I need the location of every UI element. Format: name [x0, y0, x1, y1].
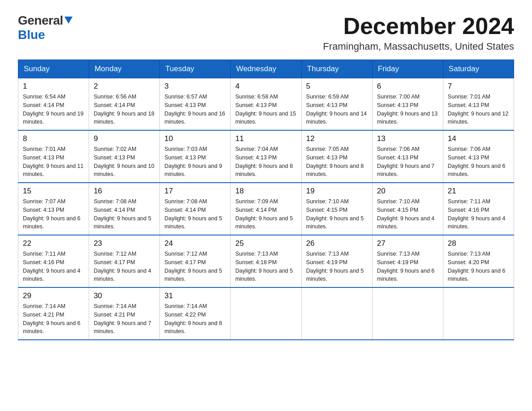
calendar-cell: 7Sunrise: 7:01 AMSunset: 4:13 PMDaylight… — [443, 78, 514, 131]
calendar-cell: 5Sunrise: 6:59 AMSunset: 4:13 PMDaylight… — [301, 78, 372, 131]
day-info: Sunrise: 7:13 AMSunset: 4:19 PMDaylight:… — [377, 250, 438, 283]
calendar-cell: 9Sunrise: 7:02 AMSunset: 4:13 PMDaylight… — [89, 130, 160, 183]
calendar-cell: 2Sunrise: 6:56 AMSunset: 4:14 PMDaylight… — [89, 78, 160, 131]
day-number: 25 — [235, 239, 296, 248]
day-number: 4 — [235, 82, 296, 91]
calendar-header-wednesday: Wednesday — [231, 60, 301, 78]
day-info: Sunrise: 7:04 AMSunset: 4:13 PMDaylight:… — [235, 145, 296, 179]
day-info: Sunrise: 7:11 AMSunset: 4:16 PMDaylight:… — [448, 197, 509, 231]
logo-general: General — [18, 13, 63, 28]
calendar-header-friday: Friday — [372, 60, 443, 78]
day-number: 18 — [235, 187, 296, 196]
calendar-cell: 22Sunrise: 7:11 AMSunset: 4:16 PMDayligh… — [18, 235, 89, 287]
day-info: Sunrise: 7:01 AMSunset: 4:13 PMDaylight:… — [448, 93, 509, 126]
day-number: 30 — [94, 291, 155, 300]
day-number: 29 — [23, 291, 84, 300]
day-number: 13 — [377, 134, 438, 143]
page-subtitle: Framingham, Massachusetts, United States — [323, 41, 514, 52]
calendar-table: SundayMondayTuesdayWednesdayThursdayFrid… — [18, 60, 514, 340]
day-info: Sunrise: 7:13 AMSunset: 4:19 PMDaylight:… — [306, 250, 368, 283]
calendar-cell: 13Sunrise: 7:06 AMSunset: 4:13 PMDayligh… — [372, 130, 443, 183]
day-number: 3 — [164, 82, 226, 91]
calendar-cell — [301, 287, 372, 340]
calendar-week-5: 29Sunrise: 7:14 AMSunset: 4:21 PMDayligh… — [18, 287, 514, 340]
day-info: Sunrise: 7:00 AMSunset: 4:13 PMDaylight:… — [377, 93, 438, 126]
day-number: 31 — [164, 291, 226, 300]
day-number: 6 — [377, 82, 438, 91]
day-info: Sunrise: 7:06 AMSunset: 4:13 PMDaylight:… — [377, 145, 438, 179]
calendar-cell: 26Sunrise: 7:13 AMSunset: 4:19 PMDayligh… — [301, 235, 372, 287]
logo: General Blue — [18, 13, 74, 42]
day-number: 26 — [306, 239, 368, 248]
calendar-week-2: 8Sunrise: 7:01 AMSunset: 4:13 PMDaylight… — [18, 130, 514, 183]
calendar-week-1: 1Sunrise: 6:54 AMSunset: 4:14 PMDaylight… — [18, 78, 514, 131]
day-info: Sunrise: 6:59 AMSunset: 4:13 PMDaylight:… — [306, 93, 368, 126]
calendar-cell — [231, 287, 301, 340]
day-info: Sunrise: 7:08 AMSunset: 4:14 PMDaylight:… — [94, 197, 155, 231]
day-info: Sunrise: 7:14 AMSunset: 4:22 PMDaylight:… — [164, 302, 226, 336]
day-number: 22 — [23, 239, 84, 248]
calendar-cell: 17Sunrise: 7:08 AMSunset: 4:14 PMDayligh… — [160, 183, 231, 235]
calendar-cell: 11Sunrise: 7:04 AMSunset: 4:13 PMDayligh… — [231, 130, 301, 183]
day-info: Sunrise: 7:12 AMSunset: 4:17 PMDaylight:… — [164, 250, 226, 283]
day-info: Sunrise: 7:03 AMSunset: 4:13 PMDaylight:… — [164, 145, 226, 179]
logo-triangle-icon — [64, 15, 74, 25]
day-number: 2 — [94, 82, 155, 91]
calendar-cell: 30Sunrise: 7:14 AMSunset: 4:21 PMDayligh… — [89, 287, 160, 340]
day-number: 16 — [94, 187, 155, 196]
day-info: Sunrise: 7:06 AMSunset: 4:13 PMDaylight:… — [448, 145, 509, 179]
day-info: Sunrise: 6:54 AMSunset: 4:14 PMDaylight:… — [23, 93, 84, 126]
day-number: 27 — [377, 239, 438, 248]
day-info: Sunrise: 7:13 AMSunset: 4:18 PMDaylight:… — [235, 250, 296, 283]
calendar-header-thursday: Thursday — [301, 60, 372, 78]
calendar-cell: 3Sunrise: 6:57 AMSunset: 4:13 PMDaylight… — [160, 78, 231, 131]
calendar-cell: 31Sunrise: 7:14 AMSunset: 4:22 PMDayligh… — [160, 287, 231, 340]
calendar-cell: 29Sunrise: 7:14 AMSunset: 4:21 PMDayligh… — [18, 287, 89, 340]
title-block: December 2024 Framingham, Massachusetts,… — [323, 13, 514, 52]
calendar-cell: 15Sunrise: 7:07 AMSunset: 4:13 PMDayligh… — [18, 183, 89, 235]
logo-blue: Blue — [18, 28, 45, 42]
day-info: Sunrise: 7:02 AMSunset: 4:13 PMDaylight:… — [94, 145, 155, 179]
day-number: 7 — [448, 82, 509, 91]
calendar-cell: 12Sunrise: 7:05 AMSunset: 4:13 PMDayligh… — [301, 130, 372, 183]
calendar-cell — [372, 287, 443, 340]
page-title: December 2024 — [323, 13, 514, 39]
day-info: Sunrise: 7:12 AMSunset: 4:17 PMDaylight:… — [94, 250, 155, 283]
calendar-header-sunday: Sunday — [18, 60, 89, 78]
day-number: 11 — [235, 134, 296, 143]
day-info: Sunrise: 6:57 AMSunset: 4:13 PMDaylight:… — [164, 93, 226, 126]
day-number: 24 — [164, 239, 226, 248]
calendar-cell — [443, 287, 514, 340]
day-number: 17 — [164, 187, 226, 196]
calendar-cell: 16Sunrise: 7:08 AMSunset: 4:14 PMDayligh… — [89, 183, 160, 235]
day-info: Sunrise: 6:58 AMSunset: 4:13 PMDaylight:… — [235, 93, 296, 126]
calendar-cell: 8Sunrise: 7:01 AMSunset: 4:13 PMDaylight… — [18, 130, 89, 183]
day-number: 23 — [94, 239, 155, 248]
calendar-cell: 25Sunrise: 7:13 AMSunset: 4:18 PMDayligh… — [231, 235, 301, 287]
calendar-cell: 21Sunrise: 7:11 AMSunset: 4:16 PMDayligh… — [443, 183, 514, 235]
calendar-cell: 4Sunrise: 6:58 AMSunset: 4:13 PMDaylight… — [231, 78, 301, 131]
day-number: 14 — [448, 134, 509, 143]
day-number: 5 — [306, 82, 368, 91]
calendar-cell: 6Sunrise: 7:00 AMSunset: 4:13 PMDaylight… — [372, 78, 443, 131]
svg-marker-0 — [64, 17, 73, 24]
page-header: General Blue December 2024 Framingham, M… — [18, 13, 514, 52]
day-number: 1 — [23, 82, 84, 91]
day-info: Sunrise: 7:14 AMSunset: 4:21 PMDaylight:… — [23, 302, 84, 336]
day-info: Sunrise: 7:09 AMSunset: 4:14 PMDaylight:… — [235, 197, 296, 231]
calendar-header-row: SundayMondayTuesdayWednesdayThursdayFrid… — [18, 60, 514, 78]
calendar-cell: 18Sunrise: 7:09 AMSunset: 4:14 PMDayligh… — [231, 183, 301, 235]
calendar-header-tuesday: Tuesday — [160, 60, 231, 78]
day-info: Sunrise: 7:14 AMSunset: 4:21 PMDaylight:… — [94, 302, 155, 336]
calendar-week-4: 22Sunrise: 7:11 AMSunset: 4:16 PMDayligh… — [18, 235, 514, 287]
day-number: 8 — [23, 134, 84, 143]
calendar-header-saturday: Saturday — [443, 60, 514, 78]
day-number: 10 — [164, 134, 226, 143]
day-info: Sunrise: 7:05 AMSunset: 4:13 PMDaylight:… — [306, 145, 368, 179]
day-info: Sunrise: 7:07 AMSunset: 4:13 PMDaylight:… — [23, 197, 84, 231]
calendar-cell: 10Sunrise: 7:03 AMSunset: 4:13 PMDayligh… — [160, 130, 231, 183]
day-number: 9 — [94, 134, 155, 143]
calendar-cell: 19Sunrise: 7:10 AMSunset: 4:15 PMDayligh… — [301, 183, 372, 235]
calendar-cell: 20Sunrise: 7:10 AMSunset: 4:15 PMDayligh… — [372, 183, 443, 235]
day-info: Sunrise: 6:56 AMSunset: 4:14 PMDaylight:… — [94, 93, 155, 126]
